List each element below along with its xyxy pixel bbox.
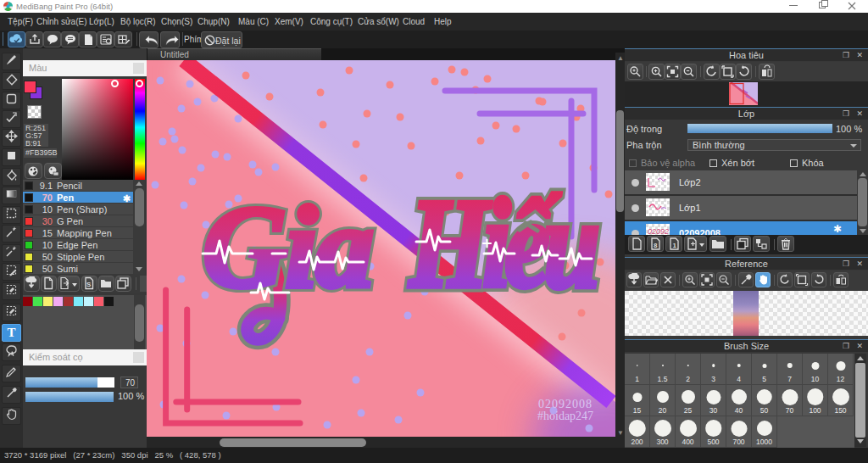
svg-text:02092008: 02092008	[538, 398, 593, 410]
svg-text:S: S	[86, 281, 92, 288]
svg-text:8: 8	[654, 242, 658, 249]
svg-text:1: 1	[673, 242, 677, 249]
svg-text:#hoidap247: #hoidap247	[537, 410, 593, 422]
